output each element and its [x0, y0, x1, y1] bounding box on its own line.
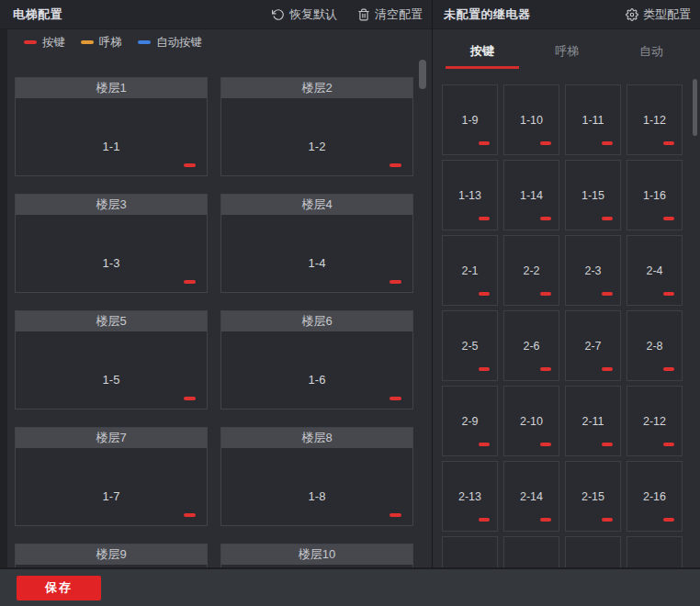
floor-card-title: 楼层8	[221, 428, 412, 448]
restore-default-button[interactable]: 恢复默认	[272, 6, 337, 23]
relay-cell-label: 1-14	[520, 189, 543, 202]
floor-card[interactable]: 楼层9	[15, 544, 208, 567]
relay-type-dash	[540, 141, 551, 145]
relay-cell[interactable]: 2-6	[503, 310, 559, 381]
relay-cell[interactable]: 2-15	[565, 461, 621, 532]
floor-card[interactable]: 楼层81-8	[220, 427, 413, 526]
left-scrollbar-thumb[interactable]	[419, 60, 426, 89]
tab-自动[interactable]: 自动	[609, 29, 694, 73]
relay-type-dash	[390, 397, 401, 400]
relays-panel-title: 未配置的继电器	[444, 6, 531, 23]
relay-cell[interactable]: 1-13	[442, 160, 498, 230]
floor-card-body[interactable]: 1-4	[221, 215, 412, 292]
unassigned-relays-panel: 未配置的继电器 类型配置 按键呼梯自动 1-91-101-111-121-131…	[433, 0, 700, 567]
floor-card-body[interactable]: 1-2	[221, 98, 412, 175]
relay-cell-label: 2-15	[581, 490, 604, 503]
relay-cell-label: 2-2	[523, 264, 539, 277]
relay-type-dash	[390, 163, 401, 167]
relay-cell[interactable]: 2-7	[565, 310, 621, 381]
floor-card-body[interactable]	[221, 565, 412, 567]
relay-type-dash	[184, 513, 196, 517]
floor-card[interactable]: 楼层51-5	[15, 310, 208, 410]
floor-card-body[interactable]: 1-6	[221, 331, 412, 409]
relay-cell-partial[interactable]	[503, 536, 559, 567]
floor-card[interactable]: 楼层31-3	[15, 194, 208, 293]
legend-dash	[138, 40, 151, 44]
rotate-ccw-icon	[272, 8, 285, 21]
floor-card-title: 楼层10	[221, 544, 412, 565]
relay-type-dash	[479, 518, 490, 522]
floor-card[interactable]: 楼层71-7	[15, 427, 208, 526]
relay-cell[interactable]: 2-5	[442, 310, 498, 381]
relay-cell[interactable]: 1-9	[442, 84, 498, 155]
floor-card-title: 楼层3	[16, 195, 207, 215]
floor-relay-label: 1-3	[103, 256, 120, 270]
relay-cell[interactable]: 1-14	[503, 160, 559, 230]
floor-card-body[interactable]: 1-3	[16, 215, 207, 292]
legend-label: 按键	[42, 35, 65, 50]
legend-item: 按键	[24, 35, 65, 50]
relay-cell[interactable]: 2-2	[503, 235, 559, 306]
relay-tabs: 按键呼梯自动	[433, 29, 700, 73]
relay-cell[interactable]: 1-12	[627, 84, 683, 155]
legend-label: 自动按键	[156, 35, 202, 50]
right-scrollbar-thumb[interactable]	[693, 79, 697, 136]
relay-type-dash	[663, 217, 674, 220]
floor-relay-label: 1-1	[103, 140, 120, 153]
relay-cell-partial[interactable]	[442, 536, 498, 567]
relay-cell-label: 1-9	[461, 114, 478, 127]
floor-card-body[interactable]: 1-1	[16, 98, 207, 175]
relay-cell[interactable]: 2-3	[565, 235, 621, 306]
floor-card[interactable]: 楼层10	[220, 544, 413, 567]
floor-card[interactable]: 楼层61-6	[220, 310, 413, 410]
relay-type-dash	[184, 163, 196, 167]
relay-cell-label: 1-12	[643, 114, 666, 127]
floor-relay-label: 1-5	[103, 373, 120, 387]
clear-config-button[interactable]: 清空配置	[357, 6, 423, 23]
tab-按键[interactable]: 按键	[440, 29, 525, 73]
floor-relay-label: 1-2	[309, 140, 326, 153]
relay-cell-label: 1-10	[520, 114, 543, 127]
relay-cell[interactable]: 2-12	[627, 386, 683, 456]
relay-cell-label: 1-15	[581, 189, 604, 202]
clear-config-label: 清空配置	[375, 6, 423, 23]
relay-cell[interactable]: 2-1	[442, 235, 498, 306]
legend-dash	[24, 40, 37, 44]
legend-item: 呼梯	[81, 35, 122, 50]
relay-cell[interactable]: 2-13	[442, 461, 498, 532]
trash-icon	[357, 8, 370, 21]
relay-cell[interactable]: 2-4	[627, 235, 683, 306]
relay-cell[interactable]: 1-11	[565, 84, 621, 155]
relay-cell[interactable]: 2-14	[503, 461, 559, 532]
relay-cell[interactable]: 2-9	[442, 386, 498, 456]
relay-type-dash	[479, 217, 490, 220]
relay-cell[interactable]: 2-10	[503, 386, 559, 456]
relay-cell-label: 2-14	[520, 490, 543, 503]
relay-type-dash	[602, 217, 613, 220]
page-title: 电梯配置	[13, 6, 62, 23]
tab-呼梯[interactable]: 呼梯	[525, 29, 609, 73]
floor-card[interactable]: 楼层11-1	[15, 77, 208, 176]
floor-card-body[interactable]: 1-5	[16, 331, 207, 409]
relay-type-dash	[390, 280, 401, 284]
relay-cell-partial[interactable]	[627, 536, 683, 567]
relay-cell-partial[interactable]	[565, 536, 621, 567]
relay-cell[interactable]: 2-8	[627, 310, 683, 381]
relay-type-dash	[184, 280, 196, 284]
floor-card-body[interactable]	[16, 565, 207, 567]
relay-cell[interactable]: 1-10	[503, 84, 559, 155]
relay-cell-label: 1-16	[643, 189, 666, 202]
floor-card-body[interactable]: 1-7	[16, 448, 207, 525]
floor-card[interactable]: 楼层41-4	[220, 194, 413, 293]
relay-cell[interactable]: 1-16	[627, 160, 683, 230]
relay-cell[interactable]: 1-15	[565, 160, 621, 230]
relay-cell[interactable]: 2-11	[565, 386, 621, 456]
floor-card-body[interactable]: 1-8	[221, 448, 412, 525]
type-config-button[interactable]: 类型配置	[626, 6, 691, 23]
save-button[interactable]: 保存	[17, 576, 101, 600]
floor-card[interactable]: 楼层21-2	[220, 77, 413, 176]
relay-type-dash	[540, 518, 551, 522]
active-tab-underline	[446, 66, 519, 69]
relay-cell-label: 2-11	[581, 415, 604, 428]
relay-cell[interactable]: 2-16	[627, 461, 683, 532]
